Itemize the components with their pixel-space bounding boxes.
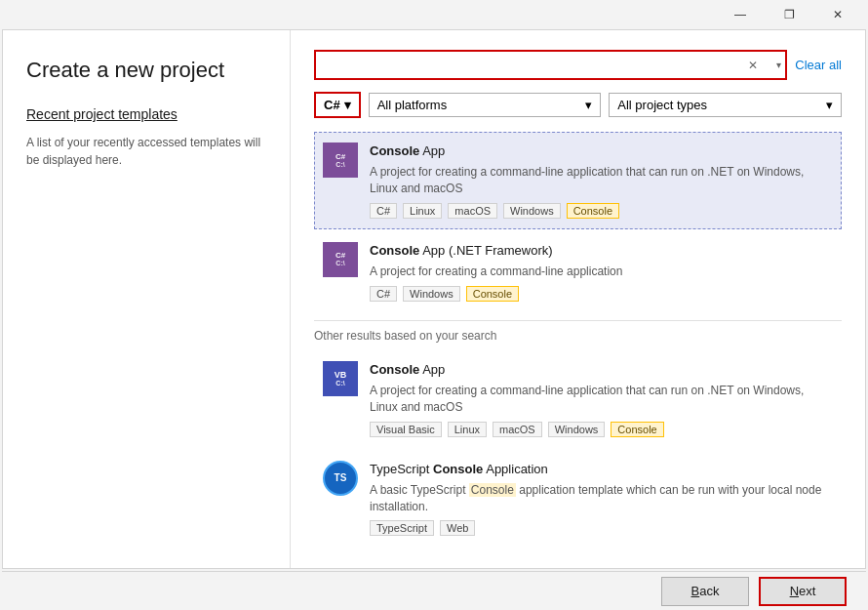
results-divider <box>314 320 842 321</box>
clear-search-button[interactable]: ✕ <box>744 57 762 74</box>
back-button[interactable]: Back <box>661 577 749 606</box>
recent-heading: Recent project templates <box>26 106 266 122</box>
tags-row-typescript-console: TypeScript Web <box>370 520 833 536</box>
result-info-console-app-net: Console App (.NET Framework) A project f… <box>370 242 833 302</box>
result-icon-vb: VB C:\ <box>323 361 358 396</box>
tag-console: Console <box>567 203 619 219</box>
recent-desc: A list of your recently accessed templat… <box>26 134 266 169</box>
tags-row-console-app-net: C# Windows Console <box>370 286 833 302</box>
result-icon-ts: TS <box>323 461 358 496</box>
language-label: C# <box>324 98 340 112</box>
result-desc-console-app-cs: A project for creating a command-line ap… <box>370 164 833 197</box>
tag-windows: Windows <box>503 203 561 219</box>
tag-macos-vb: macOS <box>493 422 542 437</box>
right-panel: console ✕ ▾ Clear all C# ▾ All platforms… <box>291 30 865 568</box>
result-title-typescript-console: TypeScript Console Application <box>370 461 833 478</box>
tag-csharp-net: C# <box>370 286 397 302</box>
platform-dropdown-arrow: ▾ <box>585 98 592 112</box>
tag-linux: Linux <box>403 203 442 219</box>
project-type-filter[interactable]: All project types ▾ <box>609 93 842 117</box>
platform-filter[interactable]: All platforms ▾ <box>369 93 602 117</box>
close-button[interactable]: ✕ <box>815 0 860 29</box>
filter-row: C# ▾ All platforms ▾ All project types ▾ <box>314 92 842 118</box>
titlebar: — ❐ ✕ <box>0 0 868 29</box>
tag-console-vb: Console <box>611 422 663 437</box>
next-button[interactable]: Next <box>759 577 847 606</box>
result-title-console-app-vb: Console App <box>370 361 833 379</box>
tag-console-net: Console <box>466 286 519 302</box>
tag-typescript: TypeScript <box>370 520 434 536</box>
result-title-console-app-cs: Console App <box>370 142 833 160</box>
result-title-console-app-net: Console App (.NET Framework) <box>370 242 833 260</box>
language-dropdown-arrow: ▾ <box>344 98 351 112</box>
tag-vb: Visual Basic <box>370 422 442 437</box>
result-info-typescript-console: TypeScript Console Application A basic T… <box>370 461 833 537</box>
result-item-console-app-net[interactable]: C# C:\ Console App (.NET Framework) A pr… <box>314 231 842 312</box>
search-dropdown-button[interactable]: ▾ <box>776 60 781 70</box>
results-list: C# C:\ Console App A project for creatin… <box>314 132 842 549</box>
result-desc-typescript-console: A basic TypeScript Console application t… <box>370 482 833 515</box>
result-info-console-app-cs: Console App A project for creating a com… <box>370 142 833 219</box>
title-after-vb: App <box>419 362 445 377</box>
back-label: Back <box>691 584 720 598</box>
result-icon-cs: C# C:\ <box>323 142 358 178</box>
title-before-ts: TypeScript <box>370 462 433 476</box>
project-type-dropdown-arrow: ▾ <box>826 98 833 112</box>
result-item-typescript-console[interactable]: TS TypeScript Console Application A basi… <box>314 450 842 548</box>
minimize-button[interactable]: — <box>718 0 763 29</box>
tag-windows-vb: Windows <box>548 422 606 437</box>
next-label: Next <box>790 584 816 598</box>
language-filter[interactable]: C# ▾ <box>314 92 361 118</box>
title-highlight-ts: Console <box>433 462 483 476</box>
title-after: App <box>419 143 445 158</box>
title-highlight-net: Console <box>370 243 419 258</box>
platform-label: All platforms <box>377 98 448 112</box>
result-item-console-app-cs[interactable]: C# C:\ Console App A project for creatin… <box>314 132 842 229</box>
project-type-label: All project types <box>617 98 707 112</box>
tag-linux-vb: Linux <box>448 422 487 437</box>
bottom-bar: Back Next <box>2 571 866 610</box>
result-icon-cs-net: C# C:\ <box>323 242 358 277</box>
result-desc-console-app-net: A project for creating a command-line ap… <box>370 264 833 280</box>
search-row: console ✕ ▾ Clear all <box>314 50 842 80</box>
tag-macos: macOS <box>448 203 497 219</box>
title-highlight-vb: Console <box>370 362 419 377</box>
tags-row-console-app-vb: Visual Basic Linux macOS Windows Console <box>370 422 833 437</box>
title-highlight: Console <box>370 143 419 158</box>
other-results-label: Other results based on your search <box>314 329 842 343</box>
title-after-ts: Application <box>483 462 548 476</box>
tag-web: Web <box>440 520 475 536</box>
title-after-net: App (.NET Framework) <box>419 243 552 258</box>
result-item-console-app-vb[interactable]: VB C:\ Console App A project for creatin… <box>314 350 842 448</box>
clear-all-link[interactable]: Clear all <box>795 58 842 72</box>
result-info-console-app-vb: Console App A project for creating a com… <box>370 361 833 437</box>
restore-button[interactable]: ❐ <box>767 0 811 29</box>
tags-row-console-app-cs: C# Linux macOS Windows Console <box>370 203 833 219</box>
left-panel: Create a new project Recent project temp… <box>3 30 291 568</box>
search-input[interactable]: console <box>316 52 785 78</box>
main-window: Create a new project Recent project temp… <box>2 29 866 569</box>
tag-csharp: C# <box>370 203 397 219</box>
page-title: Create a new project <box>26 58 266 83</box>
tag-windows-net: Windows <box>403 286 460 302</box>
result-desc-console-app-vb: A project for creating a command-line ap… <box>370 383 833 416</box>
search-box: console ✕ ▾ <box>314 50 787 80</box>
